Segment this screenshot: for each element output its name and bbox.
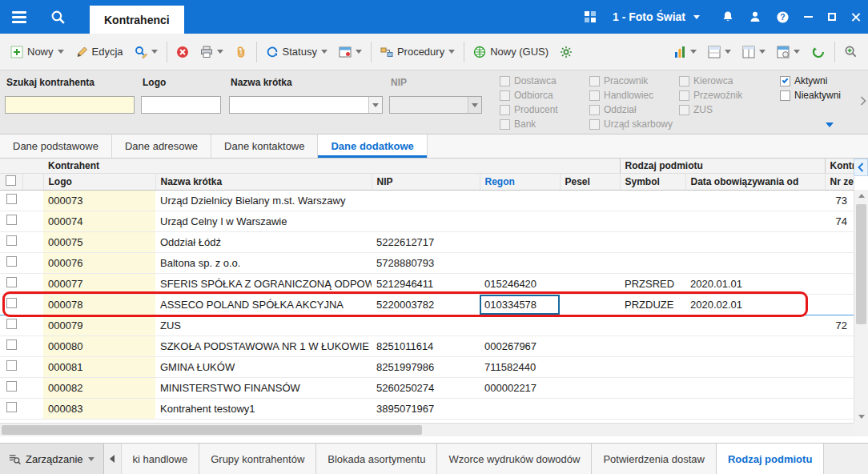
- row-checkbox[interactable]: [6, 360, 17, 371]
- role-checkbox[interactable]: Oddział: [589, 104, 673, 115]
- row-checkbox[interactable]: [6, 277, 17, 287]
- cell-nr-zew[interactable]: [825, 335, 854, 356]
- layout-button[interactable]: [702, 38, 737, 66]
- row-checkbox[interactable]: [6, 256, 17, 267]
- row-checkbox-cell[interactable]: [0, 190, 22, 211]
- vertical-scrollbar[interactable]: [854, 190, 868, 423]
- cell-nr-zew[interactable]: [825, 377, 854, 398]
- cell-regon[interactable]: 010334578: [480, 294, 560, 315]
- new-gus-button[interactable]: Nowy (GUS): [468, 38, 554, 66]
- table-row[interactable]: 000073 Urząd Dzielnicy Bielany m.st. War…: [0, 190, 854, 211]
- role-checkbox[interactable]: Odbiorca: [500, 90, 558, 101]
- cell-data-obowiazywania[interactable]: [685, 335, 825, 356]
- cell-data-obowiazywania[interactable]: [685, 356, 825, 377]
- delete-button[interactable]: [171, 38, 195, 66]
- views-button[interactable]: [333, 38, 368, 66]
- cell-pesel[interactable]: [560, 231, 620, 252]
- cell-logo[interactable]: 000080: [43, 335, 155, 356]
- cell-nr-zew[interactable]: 74: [825, 211, 854, 231]
- row-checkbox-cell[interactable]: [0, 315, 22, 335]
- cell-regon[interactable]: [480, 315, 560, 335]
- col-header-regon[interactable]: Regon: [480, 173, 560, 190]
- cell-pesel[interactable]: [560, 356, 620, 377]
- cell-regon[interactable]: 015246420: [480, 273, 560, 294]
- row-checkbox-cell[interactable]: [0, 231, 22, 252]
- cell-symbol[interactable]: [620, 356, 685, 377]
- table-row[interactable]: 000081 GMINA ŁUKÓW 8251997986 711582440: [0, 356, 854, 377]
- cell-logo[interactable]: 000075: [43, 231, 155, 252]
- cell-data-obowiazywania[interactable]: 2020.02.01: [685, 294, 825, 315]
- cell-regon[interactable]: 000002217: [480, 377, 560, 398]
- company-selector[interactable]: 1 - Foto Świat: [613, 10, 685, 23]
- table-row[interactable]: 000077 SFERIS SPÓŁKA Z OGRANICZONĄ ODPOW…: [0, 273, 854, 294]
- cell-regon[interactable]: 711582440: [480, 356, 560, 377]
- logo-filter-input[interactable]: [141, 96, 221, 114]
- procedures-button[interactable]: Procedury: [375, 38, 460, 66]
- cell-nip[interactable]: 8251011614: [372, 335, 480, 356]
- cell-nazwa-krotka[interactable]: Oddział Łódź: [155, 231, 372, 252]
- cell-regon[interactable]: [480, 398, 560, 419]
- cell-nr-zew[interactable]: [825, 231, 854, 252]
- row-checkbox[interactable]: [6, 194, 17, 204]
- cell-nip[interactable]: 5728880793: [372, 252, 480, 273]
- company-chevron-icon[interactable]: [693, 15, 700, 19]
- row-checkbox-cell[interactable]: [0, 252, 22, 273]
- role-checkbox[interactable]: Producent: [500, 104, 558, 115]
- col-header-nr-zew[interactable]: Nr zew: [825, 173, 854, 190]
- cell-pesel[interactable]: [560, 315, 620, 335]
- row-checkbox-cell[interactable]: [0, 398, 22, 419]
- bottom-tab[interactable]: Grupy kontrahentów: [199, 444, 316, 474]
- cell-nazwa-krotka[interactable]: Urząd Dzielnicy Bielany m.st. Warszawy: [155, 190, 372, 211]
- global-search-button[interactable]: [38, 0, 77, 34]
- cell-pesel[interactable]: [560, 377, 620, 398]
- col-header-nip[interactable]: NIP: [372, 173, 480, 190]
- role-checkbox[interactable]: Handlowiec: [589, 90, 673, 101]
- cell-nazwa-krotka[interactable]: Urząd Celny I w Warszawie: [155, 211, 372, 231]
- scroll-down-button[interactable]: [854, 411, 868, 423]
- advanced-search-button[interactable]: [838, 38, 863, 66]
- scroll-up-button[interactable]: [854, 190, 868, 202]
- cell-nr-zew[interactable]: [825, 252, 854, 273]
- combo-arrow-icon[interactable]: [368, 97, 382, 113]
- cell-logo[interactable]: 000081: [43, 356, 155, 377]
- select-all-checkbox-cell[interactable]: [0, 173, 22, 190]
- cell-symbol[interactable]: [620, 315, 685, 335]
- tab-kontrahenci[interactable]: Kontrahenci: [90, 6, 184, 34]
- cell-pesel[interactable]: [560, 398, 620, 419]
- cell-symbol[interactable]: [620, 231, 685, 252]
- role-checkbox[interactable]: ZUS: [679, 104, 742, 115]
- cell-nr-zew[interactable]: [825, 356, 854, 377]
- horizontal-scrollbar[interactable]: [0, 423, 854, 436]
- cell-nr-zew[interactable]: [825, 273, 854, 294]
- close-button[interactable]: [844, 0, 868, 34]
- group-layout-button[interactable]: [737, 38, 771, 66]
- tabs-scroll-left-button[interactable]: [104, 444, 122, 474]
- cell-symbol[interactable]: [620, 211, 685, 231]
- row-checkbox-cell[interactable]: [0, 273, 22, 294]
- cell-nazwa-krotka[interactable]: ZUS: [155, 315, 372, 335]
- table-row[interactable]: 000082 MINISTERSTWO FINANSÓW 5260250274 …: [0, 377, 854, 398]
- table-settings-button[interactable]: [771, 38, 806, 66]
- main-tab[interactable]: Dane kontaktowe: [211, 135, 318, 158]
- cell-nr-zew[interactable]: [825, 294, 854, 315]
- cell-data-obowiazywania[interactable]: [685, 377, 825, 398]
- chart-button[interactable]: [668, 38, 702, 66]
- menu-button[interactable]: [0, 0, 38, 34]
- cell-logo[interactable]: 000076: [43, 252, 155, 273]
- attachment-button[interactable]: [229, 38, 253, 66]
- cell-nip[interactable]: [372, 315, 480, 335]
- cell-symbol[interactable]: PRZSRED: [620, 273, 685, 294]
- cell-logo[interactable]: 000079: [43, 315, 155, 335]
- edit-button[interactable]: Edycja: [70, 38, 129, 66]
- role-checkbox[interactable]: Bank: [500, 118, 558, 130]
- cell-logo[interactable]: 000083: [43, 398, 155, 419]
- bottom-tab[interactable]: ki handlowe: [122, 444, 200, 474]
- role-checkbox[interactable]: Kierowca: [679, 75, 742, 86]
- row-checkbox-cell[interactable]: [0, 335, 22, 356]
- row-checkbox[interactable]: [6, 381, 17, 392]
- role-checkbox[interactable]: Dostawca: [500, 75, 558, 86]
- bottom-tab[interactable]: Potwierdzenia dostaw: [592, 444, 716, 474]
- cell-data-obowiazywania[interactable]: [685, 231, 825, 252]
- cell-pesel[interactable]: [560, 335, 620, 356]
- cell-data-obowiazywania[interactable]: [685, 398, 825, 419]
